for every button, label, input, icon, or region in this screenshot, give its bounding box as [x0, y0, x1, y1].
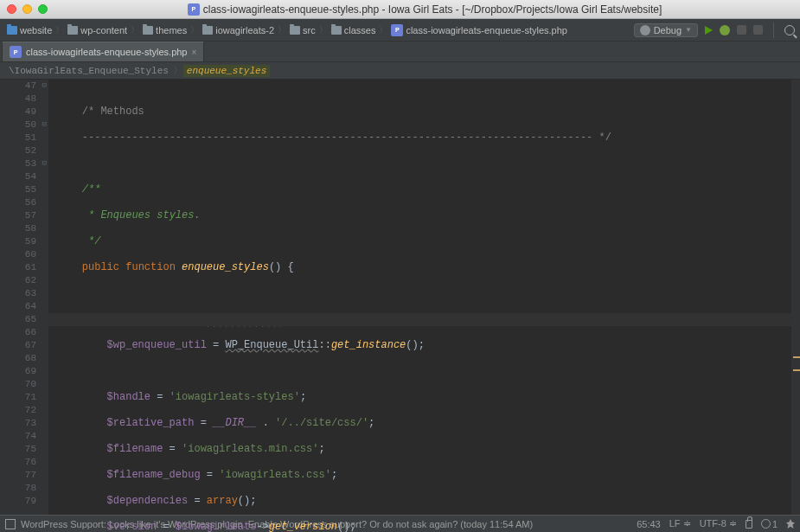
line-gutter[interactable]: 47⊟ 48 49 50⊟ 51 52 53⊟ 54 55 56 57 58 5…	[0, 80, 48, 515]
window-titlebar: P class-iowagirleats-enqueue-styles.php …	[0, 0, 800, 19]
code-text: ;	[331, 469, 337, 481]
folder-icon	[290, 26, 300, 35]
code-text: */	[82, 235, 101, 247]
crumb-label[interactable]: class-iowagirleats-enqueue-styles.php	[406, 25, 566, 35]
code-text: public	[82, 261, 119, 273]
code-text: $relative_path	[107, 417, 195, 429]
overview-ruler[interactable]	[791, 80, 800, 515]
code-text: get_instance	[331, 339, 406, 351]
chevron-down-icon: ▼	[685, 26, 692, 34]
code-text: function	[125, 261, 176, 273]
close-tab-icon[interactable]: ×	[191, 48, 196, 57]
git-icon	[761, 519, 771, 529]
code-text: ();	[337, 521, 356, 532]
crumb-label[interactable]: wp-content	[80, 25, 127, 35]
code-text: get_version	[269, 521, 337, 532]
chevron-right-icon: 〉	[174, 65, 182, 76]
navigation-toolbar: website 〉 wp-content 〉 themes 〉 iowagirl…	[0, 19, 800, 42]
code-text: $version	[107, 521, 157, 532]
crumb-label[interactable]: src	[303, 25, 316, 35]
warning-marker[interactable]	[793, 369, 800, 371]
php-file-icon: P	[188, 3, 200, 16]
code-text: =	[188, 495, 207, 507]
coverage-button	[737, 25, 746, 35]
chevron-right-icon: 〉	[55, 24, 64, 36]
code-text: $handle	[107, 391, 150, 403]
code-text: ;	[300, 391, 306, 403]
chevron-right-icon: 〉	[379, 24, 387, 36]
run-config-label: Debug	[654, 25, 682, 35]
crumb-label[interactable]: classes	[344, 25, 376, 35]
title-text: class-iowagirleats-enqueue-styles.php - …	[203, 3, 662, 16]
code-text: $wp_enqueue_util	[107, 339, 207, 351]
crumb-label[interactable]: iowagirleats-2	[215, 25, 274, 35]
code-text: WP_Enqueue_Util	[225, 339, 318, 351]
php-file-icon: P	[391, 24, 403, 36]
chevron-right-icon: 〉	[319, 24, 328, 36]
search-icon[interactable]	[784, 25, 795, 35]
code-text: .	[256, 417, 275, 429]
nav-class[interactable]: \IowaGirlEats_Enqueue_Styles	[5, 65, 172, 77]
minimize-icon[interactable]	[22, 4, 32, 14]
code-text: () {	[269, 261, 294, 273]
lock-icon[interactable]	[746, 520, 752, 529]
stop-button	[753, 25, 763, 35]
editor-tabs: P class-iowagirleats-enqueue-styles.php …	[0, 42, 800, 62]
folder-icon	[67, 26, 78, 35]
code-text: $filename_debug	[107, 469, 201, 481]
tab-label: class-iowagirleats-enqueue-styles.php	[26, 47, 187, 57]
code-text: =	[150, 391, 170, 403]
code-editor[interactable]: /* Methods -----------------------------…	[48, 80, 791, 515]
code-text: array	[207, 495, 238, 507]
code-text: =	[157, 521, 176, 532]
crumb-label[interactable]: themes	[156, 25, 187, 35]
code-text: =	[163, 443, 182, 455]
structure-nav[interactable]: \IowaGirlEats_Enqueue_Styles 〉 enqueue_s…	[0, 62, 800, 80]
chevron-right-icon: 〉	[278, 24, 286, 36]
bug-icon	[640, 25, 650, 35]
code-text: ;	[318, 443, 324, 455]
folder-icon	[202, 26, 213, 35]
run-button[interactable]	[705, 26, 713, 35]
maximize-icon[interactable]	[38, 4, 48, 14]
code-text: /* Methods	[82, 106, 144, 118]
code-text: ();	[406, 339, 425, 351]
editor-area: 47⊟ 48 49 50⊟ 51 52 53⊟ 54 55 56 57 58 5…	[0, 80, 800, 515]
code-text: enqueue_styles	[182, 261, 269, 273]
crumb-label[interactable]: website	[20, 25, 52, 35]
code-text: /**	[82, 183, 101, 195]
folder-icon	[7, 26, 17, 35]
code-text: ----------------------------------------…	[82, 131, 611, 144]
traffic-lights	[7, 4, 48, 14]
warning-marker[interactable]	[793, 356, 800, 358]
code-text: $filename	[107, 443, 163, 455]
code-text: 'iowagirleats.css'	[219, 469, 331, 481]
run-configuration-select[interactable]: Debug ▼	[634, 23, 698, 37]
code-text: =	[207, 339, 226, 351]
chevron-right-icon: 〉	[190, 24, 199, 36]
code-text: 'iowagirleats-styles'	[170, 391, 300, 403]
code-text: 'iowagirleats.min.css'	[182, 443, 318, 455]
code-text: $iowagirleats	[176, 521, 257, 532]
php-file-icon: P	[10, 46, 22, 58]
close-icon[interactable]	[7, 4, 16, 14]
folder-icon	[331, 26, 342, 35]
code-text: ::	[318, 339, 330, 351]
debug-button[interactable]	[720, 25, 730, 35]
separator	[773, 22, 774, 38]
chevron-right-icon: 〉	[131, 24, 139, 36]
code-text: '/../site/css/'	[275, 417, 368, 429]
window-title: P class-iowagirleats-enqueue-styles.php …	[56, 3, 793, 16]
code-text: * Enqueues styles.	[82, 209, 201, 221]
tab-active[interactable]: P class-iowagirleats-enqueue-styles.php …	[2, 42, 204, 61]
code-text: =	[194, 417, 213, 429]
code-text: $dependencies	[107, 495, 189, 507]
breadcrumb[interactable]: website 〉 wp-content 〉 themes 〉 iowagirl…	[5, 24, 627, 36]
code-text: =	[201, 469, 220, 481]
folder-icon	[143, 26, 153, 35]
nav-method[interactable]: enqueue_styles	[183, 65, 270, 77]
code-text: ->	[256, 521, 268, 532]
code-text: __DIR__	[213, 417, 256, 429]
code-text: ;	[368, 417, 374, 429]
event-log-icon[interactable]	[5, 519, 16, 529]
